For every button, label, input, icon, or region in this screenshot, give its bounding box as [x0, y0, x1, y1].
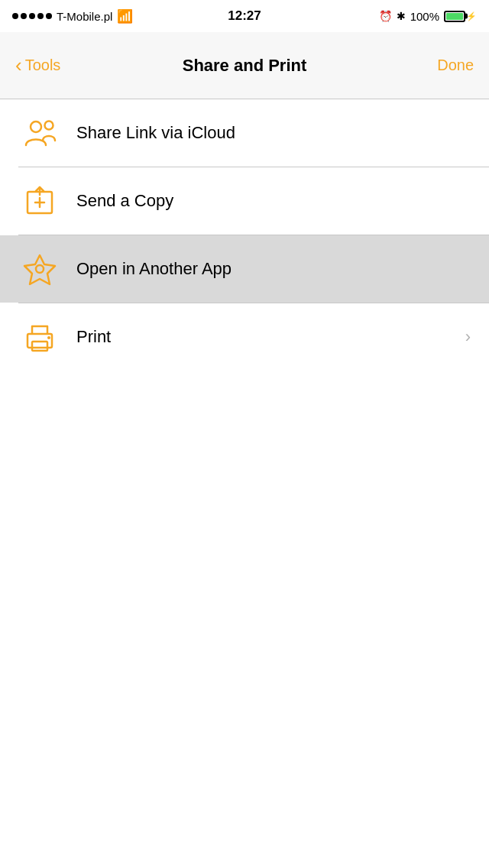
battery-percentage: 100%: [410, 10, 439, 23]
open-in-app-icon: [18, 248, 61, 290]
svg-point-1: [45, 121, 53, 130]
menu-item-print[interactable]: Print ›: [0, 303, 489, 371]
svg-marker-6: [24, 255, 55, 284]
menu-item-share-link[interactable]: Share Link via iCloud: [0, 99, 489, 167]
svg-point-7: [36, 265, 44, 273]
page-title: Share and Print: [183, 56, 307, 76]
done-button[interactable]: Done: [437, 57, 474, 74]
menu-list: Share Link via iCloud Send a Copy: [0, 99, 489, 371]
status-left: T-Mobile.pl 📶: [12, 8, 133, 24]
print-icon: [18, 316, 61, 358]
print-chevron-icon: ›: [465, 327, 471, 347]
send-copy-label: Send a Copy: [76, 191, 471, 211]
battery-body: [444, 11, 465, 22]
svg-point-10: [47, 336, 50, 339]
alarm-icon: ⏰: [379, 10, 392, 22]
back-button[interactable]: ‹ Tools: [15, 57, 60, 75]
menu-item-send-copy[interactable]: Send a Copy: [0, 167, 489, 235]
share-link-icon: [18, 112, 61, 154]
status-bar: T-Mobile.pl 📶 12:27 ⏰ ✱ 100% ⚡: [0, 0, 489, 32]
nav-bar: ‹ Tools Share and Print Done: [0, 32, 489, 99]
send-copy-icon: [18, 180, 61, 222]
wifi-icon: 📶: [117, 8, 133, 24]
signal-dots: [12, 13, 52, 19]
print-label: Print: [76, 327, 465, 347]
open-in-app-label: Open in Another App: [76, 259, 471, 279]
status-right: ⏰ ✱ 100% ⚡: [379, 10, 477, 23]
status-time: 12:27: [228, 8, 261, 24]
back-label: Tools: [25, 57, 61, 74]
share-link-label: Share Link via iCloud: [76, 123, 471, 143]
svg-rect-9: [32, 342, 47, 351]
charging-icon: ⚡: [466, 11, 477, 21]
carrier-name: T-Mobile.pl: [57, 10, 112, 23]
bluetooth-icon: ✱: [397, 10, 406, 22]
battery-indicator: ⚡: [444, 11, 477, 22]
svg-point-0: [31, 121, 41, 132]
battery-fill: [446, 13, 463, 20]
back-chevron-icon: ‹: [15, 55, 22, 75]
menu-item-open-in-app[interactable]: Open in Another App: [0, 235, 489, 303]
